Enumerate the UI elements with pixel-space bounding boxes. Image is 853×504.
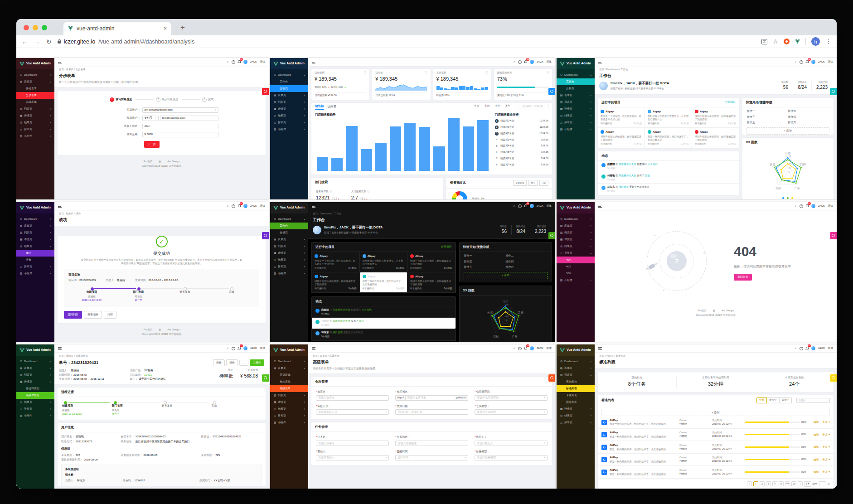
owner-name[interactable]: 付晓晓 [679,472,709,476]
sidebar-item[interactable]: ▥列表页▾ [270,99,308,106]
field-input[interactable]: 请选择执行人▾ [475,441,548,446]
info-icon[interactable]: ⓘ [367,190,370,194]
app-logo[interactable]: Vue Antd Admin [16,344,54,356]
user-avatar[interactable] [530,204,534,208]
date-range-link[interactable]: 本周 [485,104,490,108]
sidebar-item[interactable]: ▤表单页▾ [557,223,595,229]
channel-filter-button[interactable]: 全部渠道 [513,180,527,185]
sidebar-item[interactable]: 分步表单 [16,92,54,99]
activity-user[interactable]: 林东东 [607,185,615,188]
sidebar-item[interactable]: 500 [557,270,595,277]
step-note[interactable]: 2016-12-12 12:32 [62,412,112,416]
sidebar-item[interactable]: 工作台 [270,78,308,85]
github-icon[interactable] [713,310,715,312]
quick-op-link[interactable]: 操作三 [747,115,788,119]
info-icon[interactable]: ⓘ [547,71,549,75]
sidebar-item[interactable]: ⊙Dashboard▾ [16,216,54,223]
sidebar-item[interactable]: 失败 [16,257,54,263]
sidebar-item[interactable]: ▤表单页▾ [16,365,54,372]
sidebar-item[interactable]: ◎结果页▾ [270,406,308,412]
language-switch[interactable]: 简体 [546,346,552,350]
sidebar-item[interactable]: 高级详情页 [16,392,54,399]
language-switch[interactable]: 简体 [260,60,265,64]
all-projects-link[interactable]: 全部项目 [725,100,736,104]
activity-link[interactable]: 留言 [645,174,650,177]
sidebar-item[interactable]: ▦详情页▴ [16,378,54,385]
project-team[interactable]: 科学搬砖组 [648,142,659,145]
app-logo[interactable]: Vue Antd Admin [16,58,54,69]
jump-input[interactable] [819,481,826,486]
user-avatar[interactable] [243,346,247,350]
owner-name[interactable]: 付晓晓 [679,447,709,451]
reload-button[interactable]: ↻ [46,39,52,45]
new-tab-button[interactable]: + [178,23,188,32]
sidebar-item[interactable]: △异常页▾ [557,419,595,426]
sidebar-item[interactable]: ▥列表页▾ [16,106,54,112]
translate-icon[interactable]: 文 [761,39,767,44]
activity-link[interactable]: 留言 [359,320,364,322]
quick-op-link[interactable]: 操作二 [505,254,547,258]
field-input[interactable]: 开始日期 ~ 结束日期 [395,409,468,415]
user-avatar[interactable] [243,204,247,208]
theme-settings-gear[interactable] [830,88,837,95]
footer-link-pro[interactable]: Pro首页 [698,309,707,312]
edit-link[interactable]: 编辑 [814,433,819,437]
minimize-window-button[interactable] [33,25,38,30]
back-button[interactable]: ← [22,39,28,45]
collapse-menu-icon[interactable] [58,347,62,350]
app-logo[interactable]: Vue Antd Admin [557,202,595,213]
filter-button[interactable]: 进行中 [767,397,780,403]
sidebar-item[interactable]: ⊙Dashboard▾ [270,358,308,365]
breadcrumb[interactable]: 首页 / 结果页 / 成功 [59,212,264,216]
bell-icon[interactable]: 12 [238,204,241,208]
collapse-menu-icon[interactable] [312,347,315,350]
collapse-menu-icon[interactable] [598,347,602,350]
project-card[interactable]: Alipay 那是一种内在的东西，他们到达不了，也无法触及的 科学搬砖组9小时前 [360,272,408,293]
sidebar-item[interactable]: ⊙Dashboard▾ [16,72,54,78]
project-card[interactable]: Alipay 那时候我只会想自己想要什么，从不想自己拥有什么 科学搬砖组9小时前 [645,107,692,128]
info-icon[interactable]: ⓘ [364,71,367,75]
project-team[interactable]: 科学搬砖组 [601,142,612,145]
project-card[interactable]: Alipay 城镇中有那么多的酒馆，她却偏偏走进了我的酒馆 科学搬砖组9小时前 [598,128,645,148]
rank-item[interactable]: 7桃源村6号店634.56 [495,155,548,162]
bell-icon[interactable]: 12 [524,204,527,208]
sidebar-item[interactable]: △异常页▾ [16,126,54,133]
sidebar-item[interactable]: ▤表单页▾ [557,92,595,99]
app-logo[interactable]: Vue Antd Admin [557,58,595,69]
sidebar-item[interactable]: ⊙Dashboard▴ [270,72,308,78]
search-icon[interactable]: ⌕ [514,346,515,350]
search-icon[interactable]: ⌕ [795,204,797,208]
sidebar-item[interactable]: ▧小组件▾ [270,270,308,277]
account-type-select[interactable]: 支付宝▾ [142,116,159,121]
sidebar-item[interactable]: ▦详情页▾ [270,250,308,257]
field-input[interactable]: 请输入仓库名 [316,395,389,401]
zoom-window-button[interactable] [42,25,47,30]
sidebar-item[interactable]: 工作台 [270,223,308,229]
bell-icon[interactable]: 12 [806,346,809,350]
page-button[interactable]: 3 [766,481,771,486]
activity-link[interactable]: 项目进展 [333,331,343,334]
theme-settings-gear[interactable] [262,232,269,239]
sales-tab[interactable]: 销售额 [315,103,324,110]
app-logo[interactable]: Vue Antd Admin [270,344,308,356]
filter-button[interactable]: 全部 [756,397,767,403]
action-button[interactable]: 操作 [213,359,225,366]
footer-link-antd[interactable]: Ant Design [722,309,734,312]
rank-item[interactable]: 1桃源村0号店1234.56 [495,118,548,124]
sidebar-item[interactable]: △异常页▾ [16,263,54,270]
user-avatar[interactable] [811,60,815,64]
activity-link[interactable]: 高逼格设计天团 [619,163,636,165]
sidebar-item[interactable]: 查询表格 [557,378,595,385]
receiver-name-input[interactable]: Alex [142,124,218,129]
info-icon[interactable]: ⓘ [330,190,332,194]
print-button[interactable]: 打印 [104,311,116,319]
forward-button[interactable]: → [34,39,40,45]
activity-link[interactable]: 八月迭代 [648,163,658,165]
quick-op-link[interactable]: 操作六 [788,121,829,125]
quick-op-link[interactable]: 操作五 [464,265,506,269]
language-switch[interactable]: 简体 [546,204,552,208]
sidebar-item[interactable]: ▥列表页▾ [557,99,595,106]
profile-avatar[interactable]: h [811,37,820,46]
field-input[interactable]: 请选择责任人▾ [316,455,389,460]
project-team[interactable]: 科学搬砖组 [648,122,659,125]
